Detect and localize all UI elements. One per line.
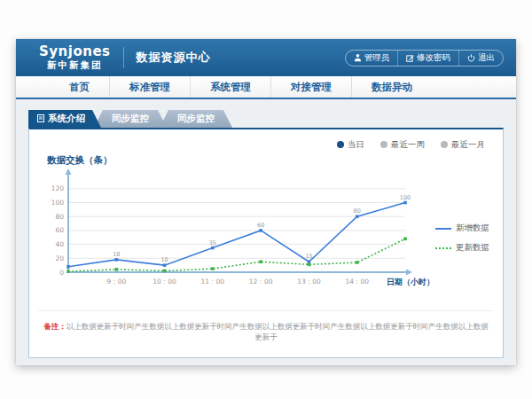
tab-system-intro[interactable]: 系统介绍: [28, 110, 101, 128]
svg-text:14：00: 14：00: [345, 278, 369, 286]
legend-item-updated-data: 更新数据: [435, 242, 494, 254]
app-window: Synjones 新中新集团 数据资源中心 管理员 修改密码 退出: [16, 39, 516, 365]
tab-label: 同步监控: [112, 113, 149, 125]
range-option-last-month[interactable]: 最近一月: [441, 139, 485, 151]
range-option-label: 当日: [348, 139, 364, 151]
svg-text:13：00: 13：00: [297, 278, 321, 286]
radio-unselected-icon: [380, 141, 387, 148]
chart-card: 当日 最近一周 最近一月 数据交换（条） 0204060801001209：00…: [28, 128, 504, 358]
chart-row: 0204060801001209：0010：0011：0012：0013：001…: [38, 168, 494, 301]
main-nav: 首页 标准管理 系统管理 对接管理 数据异动: [16, 76, 516, 99]
svg-text:15: 15: [305, 253, 312, 260]
svg-text:18: 18: [113, 251, 120, 258]
svg-text:10：00: 10：00: [153, 278, 176, 286]
svg-text:100: 100: [51, 199, 65, 207]
brand-logo-subtext: 新中新集团: [39, 60, 111, 70]
admin-user-label: 管理员: [364, 52, 390, 64]
chart-legend: 新增数据 更新数据: [435, 223, 494, 301]
svg-text:40: 40: [55, 240, 64, 248]
legend-item-new-data: 新增数据: [435, 223, 494, 234]
svg-text:12：00: 12：00: [249, 278, 273, 286]
range-option-last-week[interactable]: 最近一周: [380, 139, 425, 151]
change-password-button[interactable]: 修改密码: [397, 51, 458, 66]
range-option-label: 最近一周: [391, 139, 425, 151]
svg-text:20: 20: [55, 254, 64, 262]
change-password-label: 修改密码: [417, 52, 450, 64]
document-icon: [37, 113, 44, 124]
y-axis-title: 数据交换（条）: [47, 154, 494, 168]
radio-unselected-icon: [441, 141, 448, 148]
nav-item-standard-mgmt[interactable]: 标准管理: [109, 76, 190, 98]
power-icon: [467, 54, 475, 62]
legend-label: 更新数据: [456, 242, 489, 254]
tab-label: 系统介绍: [48, 113, 85, 125]
svg-text:80: 80: [55, 213, 64, 221]
svg-text:日期（小时）: 日期（小时）: [387, 278, 434, 286]
tab-sync-monitor-1[interactable]: 同步监控: [94, 110, 167, 128]
svg-text:60: 60: [257, 222, 264, 229]
brand-logo: Synjones 新中新集团: [16, 45, 123, 70]
range-option-today[interactable]: 当日: [337, 139, 364, 151]
svg-text:80: 80: [354, 207, 361, 215]
tab-bar: 系统介绍 同步监控 同步监控: [28, 110, 504, 128]
footnote-label: 备注：: [43, 322, 66, 331]
footnote-text: 以上数据更新于时间产生数据以上数据更新于时间产生数据以上数据更新于时间产生数据以…: [66, 322, 489, 341]
green-dotted-swatch: [435, 247, 451, 249]
nav-item-interface-mgmt[interactable]: 对接管理: [270, 76, 351, 98]
radio-selected-icon: [337, 141, 344, 148]
nav-item-home[interactable]: 首页: [50, 76, 109, 98]
nav-item-system-mgmt[interactable]: 系统管理: [190, 76, 270, 98]
footnote: 备注：以上数据更新于时间产生数据以上数据更新于时间产生数据以上数据更新于时间产生…: [38, 310, 494, 352]
blue-line-swatch: [435, 228, 451, 230]
page-title: 数据资源中心: [123, 47, 211, 68]
range-option-label: 最近一月: [451, 139, 485, 151]
svg-text:11：00: 11：00: [201, 278, 225, 286]
svg-text:10: 10: [160, 256, 168, 263]
svg-text:35: 35: [209, 239, 216, 246]
brand-logo-text: Synjones: [39, 45, 111, 59]
time-range-options: 当日 最近一周 最近一月: [38, 138, 485, 151]
content-area: 系统介绍 同步监控 同步监控 当日 最近一周: [16, 99, 516, 365]
svg-text:100: 100: [400, 194, 411, 201]
svg-text:9：00: 9：00: [106, 278, 126, 286]
legend-label: 新增数据: [456, 223, 489, 234]
logout-button[interactable]: 退出: [458, 51, 503, 66]
user-icon: [354, 53, 362, 62]
logout-label: 退出: [478, 52, 495, 64]
line-chart: 0204060801001209：0010：0011：0012：0013：001…: [38, 168, 435, 301]
nav-item-data-change[interactable]: 数据异动: [351, 76, 432, 98]
svg-text:0: 0: [59, 269, 64, 277]
tab-sync-monitor-2[interactable]: 同步监控: [160, 110, 232, 128]
edit-icon: [406, 54, 414, 62]
svg-text:60: 60: [55, 226, 64, 234]
admin-user-button[interactable]: 管理员: [346, 51, 398, 66]
svg-text:120: 120: [51, 184, 65, 192]
app-header: Synjones 新中新集团 数据资源中心 管理员 修改密码 退出: [16, 39, 516, 76]
user-menu: 管理员 修改密码 退出: [345, 50, 505, 66]
tab-label: 同步监控: [177, 113, 215, 125]
